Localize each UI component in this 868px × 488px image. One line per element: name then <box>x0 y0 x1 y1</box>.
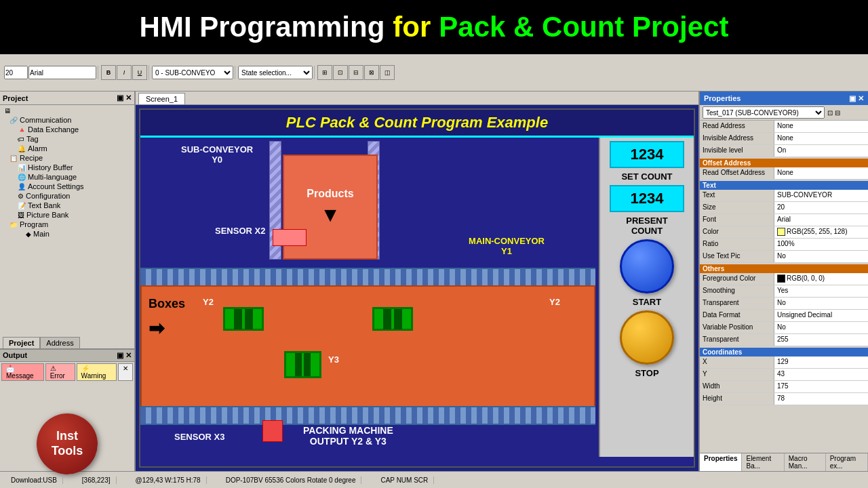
prop-name-y: Y <box>700 369 774 380</box>
prop-name-font: Font <box>700 214 774 226</box>
tree-item-main[interactable]: ◆ Main <box>1 229 133 239</box>
prop-invisible-level: Invisible level On <box>700 145 868 157</box>
prop-name-x: X <box>700 357 774 368</box>
top-conveyor-belt <box>140 268 595 287</box>
output-tab-error[interactable]: ⚠ Error <box>45 363 75 381</box>
tb-btn-3[interactable]: ⊟ <box>349 65 363 80</box>
prop-read-offset: Read Offset Address None <box>700 167 868 180</box>
prop-name-text: Text <box>700 190 774 201</box>
prop-invisible-addr: Invisible Address None <box>700 133 868 145</box>
title-for: for <box>393 11 431 43</box>
props-object-select[interactable]: Test_017 (SUB-CONVEYOR9) <box>703 106 825 119</box>
tree-tb-label: Text Bank <box>28 201 60 209</box>
tree-item-config[interactable]: ⚙ Configuration <box>1 191 133 201</box>
tb-btn-1[interactable]: ⊞ <box>317 65 332 80</box>
status-bar: Download:USB [368,223] @129,43 W:175 H:7… <box>0 471 868 488</box>
status-pos: @129,43 W:175 H:78 <box>130 476 207 484</box>
section-text: Text <box>700 181 868 190</box>
tree-item-data-exchange[interactable]: 🔺 Data Exchange <box>1 125 133 134</box>
prop-name-use-text-pic: Use Text Pic <box>700 251 774 262</box>
tree-de-icon: 🔺 <box>18 126 26 134</box>
output-tab-close[interactable]: ✕ <box>118 363 133 381</box>
tree-item-root[interactable]: 🖥 <box>1 106 133 115</box>
right-tab-program-ex[interactable]: Program ex... <box>826 453 868 471</box>
tree-pb-label: Picture Bank <box>26 211 68 219</box>
prop-data-format: Data Format Unsigned Decimal <box>700 310 868 322</box>
tree-item-history[interactable]: 📊 History Buffer <box>1 163 133 172</box>
prop-val-data-fmt: Unsigned Decimal <box>774 310 868 321</box>
tree-item-communication[interactable]: 🔗 Communication <box>1 115 133 125</box>
prop-name-var-pos: Variable Position <box>700 322 774 333</box>
y3-box-inner2 <box>304 353 311 376</box>
hmi-main: SUB-CONVEYOR Y0 Products ▼ SENSOR X2 <box>140 138 599 457</box>
tree-acct-label: Account Settings <box>28 182 84 190</box>
tb-btn-2[interactable]: ⊡ <box>333 65 348 80</box>
main-layout: Project ▣ ✕ 🖥 🔗 Communication 🔺 Data Exc… <box>0 92 868 471</box>
tab-address[interactable]: Address <box>40 337 79 348</box>
sensor-x3-label: SENSOR X3 <box>174 432 224 442</box>
italic-button[interactable]: I <box>117 65 132 80</box>
bottom-conveyor-belt <box>140 406 595 425</box>
misc-buttons: ⊞ ⊡ ⊟ ⊠ ◫ <box>316 65 396 80</box>
present-count-label: PRESENT COUNT <box>626 216 667 236</box>
prop-font: Font Arial <box>700 214 868 226</box>
project-header: Project ▣ ✕ <box>0 92 134 105</box>
tree-item-alarm[interactable]: 🔔 Alarm <box>1 144 133 153</box>
bold-button[interactable]: B <box>101 65 116 80</box>
prop-width: Width 175 <box>700 381 868 393</box>
tree-item-recipe[interactable]: 📋 Recipe <box>1 153 133 163</box>
tree-item-account[interactable]: 👤 Account Settings <box>1 182 133 191</box>
prop-name-fg-color: Foreground Color <box>700 273 774 285</box>
screen-select-group: 0 - SUB-CONVEYO <box>151 66 235 79</box>
y2-right-box-inner1 <box>383 309 391 329</box>
start-button[interactable] <box>620 239 674 293</box>
tree-item-multilang[interactable]: 🌐 Multi-language <box>1 172 133 182</box>
tree-item-program[interactable]: 📁 Program <box>1 220 133 229</box>
prop-val-x: 129 <box>774 357 868 368</box>
output-tab-warning[interactable]: ⚡ Warning <box>77 363 117 381</box>
state-select-group: State selection... <box>237 66 315 79</box>
font-name-input[interactable] <box>28 66 96 79</box>
prop-name-smooth: Smoothing <box>700 285 774 297</box>
prop-val-invis-lvl: On <box>774 145 868 157</box>
y3-box-inner1 <box>295 353 302 376</box>
hmi-canvas[interactable]: PLC Pack & Count Program Example SUB-CON… <box>136 105 698 471</box>
tree-tag-icon: 🏷 <box>18 136 24 143</box>
prop-val-smooth: Yes <box>774 285 868 297</box>
state-select[interactable]: State selection... <box>238 66 313 79</box>
section-coordinates: Coordinates <box>700 348 868 357</box>
right-panel: Properties ▣ ✕ Test_017 (SUB-CONVEYOR9) … <box>698 92 868 471</box>
screen-select[interactable]: 0 - SUB-CONVEYO <box>152 66 233 79</box>
tree-item-picbank[interactable]: 🖼 Picture Bank <box>1 210 133 220</box>
status-keys: CAP NUM SCR <box>375 476 434 484</box>
tb-btn-4[interactable]: ⊠ <box>364 65 379 80</box>
tree-pb-icon: 🖼 <box>18 211 24 219</box>
prop-val-invis-addr: None <box>774 133 868 144</box>
canvas-tab-screen1[interactable]: Screen_1 <box>138 93 185 104</box>
right-tab-properties[interactable]: Properties <box>700 453 742 471</box>
right-tab-macro-man[interactable]: Macro Man... <box>785 453 826 471</box>
font-size-input[interactable] <box>4 66 28 79</box>
status-coords: [368,223] <box>77 476 117 484</box>
prop-name-width: Width <box>700 381 774 392</box>
prop-smoothing: Smoothing Yes <box>700 285 868 298</box>
underline-button[interactable]: U <box>132 65 147 80</box>
output-tab-message[interactable]: 📩 Message <box>1 363 44 381</box>
tb-btn-5[interactable]: ◫ <box>380 65 395 80</box>
stop-button[interactable] <box>620 310 674 365</box>
right-tab-element-ba[interactable]: Element Ba... <box>742 453 784 471</box>
tree-item-textbank[interactable]: 📝 Text Bank <box>1 201 133 210</box>
prop-val-color: RGB(255, 255, 128) <box>774 226 868 238</box>
logo-line2: Tools <box>52 444 83 459</box>
prop-transparent: Transparent No <box>700 298 868 310</box>
prop-color: Color RGB(255, 255, 128) <box>700 226 868 239</box>
main-conveyor-line1: MAIN-CONVEYOR <box>469 236 545 246</box>
tree-item-tag[interactable]: 🏷 Tag <box>1 134 133 144</box>
tree-history-label: History Buffer <box>28 163 73 171</box>
tree-main-label: Main <box>33 230 50 238</box>
color-swatch-text <box>777 228 785 236</box>
boxes-area: Boxes ➡ Y2 <box>140 285 595 407</box>
tab-project[interactable]: Project <box>3 337 40 348</box>
stop-label: STOP <box>635 368 658 378</box>
tree-tb-icon: 📝 <box>18 202 26 209</box>
